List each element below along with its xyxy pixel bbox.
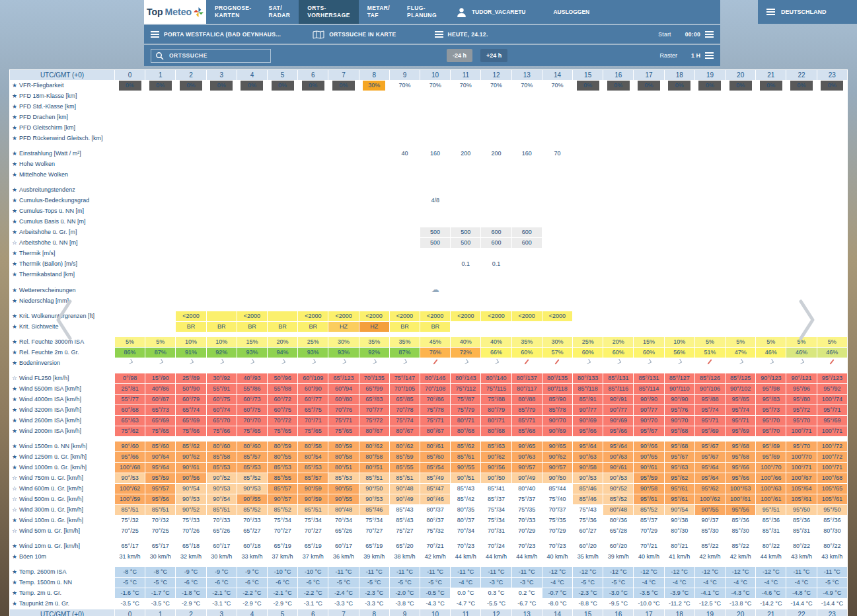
tab-sat-radar[interactable]: SAT/ RADAR bbox=[260, 0, 299, 24]
favorite-star-icon[interactable]: ★ bbox=[12, 82, 17, 89]
row-label[interactable]: ★VFR-Fliegbarkeit bbox=[10, 81, 115, 91]
next-hours-chevron[interactable] bbox=[797, 299, 817, 344]
favorite-star-icon[interactable]: ★ bbox=[12, 150, 17, 157]
topmeteo-logo[interactable]: TopMeteo bbox=[144, 0, 206, 24]
favorite-star-icon[interactable]: ★ bbox=[12, 579, 17, 586]
row-label[interactable]: ★Thermikabstand [km] bbox=[10, 270, 115, 280]
tab-metar-taf[interactable]: METAR/ TAF bbox=[359, 0, 398, 24]
row-label[interactable]: ★Thermik [m/s] bbox=[10, 249, 115, 259]
row-label[interactable]: ★Ausbreitungstendenz bbox=[10, 185, 115, 196]
favorite-star-icon[interactable]: ☆ bbox=[12, 527, 17, 534]
favorite-star-icon[interactable]: ★ bbox=[12, 260, 17, 267]
row-label[interactable]: ★Bodeninversion bbox=[10, 358, 115, 369]
favorite-star-icon[interactable]: ★ bbox=[12, 453, 17, 460]
favorite-star-icon[interactable]: ☆ bbox=[12, 375, 17, 381]
row-label[interactable]: ☆Wind 600m ü. Gr. [km/h] bbox=[10, 484, 115, 494]
row-label[interactable]: ★Wind 2000m ISA [km/h] bbox=[10, 426, 115, 437]
favorite-star-icon[interactable]: ★ bbox=[12, 443, 17, 449]
favorite-star-icon[interactable]: ★ bbox=[12, 208, 17, 214]
row-label[interactable]: ★Böen 10m bbox=[10, 552, 115, 562]
favorite-star-icon[interactable]: ★ bbox=[12, 171, 17, 178]
country-selector[interactable]: DEUTSCHLAND bbox=[758, 0, 857, 24]
favorite-star-icon[interactable]: ☆ bbox=[12, 485, 17, 492]
row-label[interactable]: ★Mittelhohe Wolken bbox=[10, 170, 115, 180]
row-label[interactable]: ★Wind 1500m ü. NN [km/h] bbox=[10, 442, 115, 452]
favorite-star-icon[interactable]: ★ bbox=[12, 360, 17, 366]
favorite-star-icon[interactable]: ★ bbox=[12, 93, 17, 99]
row-label[interactable]: ★Wettererscheinungen bbox=[10, 285, 115, 296]
row-label[interactable]: ★Wind 4000m ISA [km/h] bbox=[10, 395, 115, 405]
row-label[interactable]: ★Wind 1000m ü. Gr. [km/h] bbox=[10, 463, 115, 473]
favorite-star-icon[interactable]: ☆ bbox=[12, 475, 17, 481]
row-label[interactable]: ★Cumulus-Bedeckungsgrad bbox=[10, 196, 115, 206]
favorite-star-icon[interactable]: ★ bbox=[12, 323, 17, 330]
favorite-star-icon[interactable]: ★ bbox=[12, 338, 17, 345]
favorite-star-icon[interactable]: ☆ bbox=[12, 506, 17, 513]
favorite-star-icon[interactable]: ★ bbox=[12, 349, 17, 356]
row-label[interactable]: ★Temp. 2600m ISA bbox=[10, 567, 115, 578]
favorite-star-icon[interactable]: ★ bbox=[12, 287, 17, 293]
favorite-star-icon[interactable]: ★ bbox=[12, 600, 17, 607]
favorite-star-icon[interactable]: ★ bbox=[12, 553, 17, 560]
favorite-star-icon[interactable]: ★ bbox=[12, 543, 17, 549]
favorite-star-icon[interactable]: ★ bbox=[12, 186, 17, 193]
favorite-star-icon[interactable]: ★ bbox=[12, 103, 17, 110]
back-24h-button[interactable]: -24 h bbox=[447, 49, 472, 62]
row-label[interactable]: ★PFD Gleitschirm [km] bbox=[10, 123, 115, 134]
row-label[interactable]: ★Temp. 1500m ü. NN bbox=[10, 578, 115, 588]
favorite-star-icon[interactable]: ★ bbox=[12, 124, 17, 131]
row-label[interactable]: ★PFD Rückenwind Gleitsch. [km] bbox=[10, 134, 115, 144]
prev-hours-chevron[interactable] bbox=[54, 299, 74, 344]
row-label[interactable]: ★Cumulus Basis ü. NN [m] bbox=[10, 217, 115, 227]
favorite-star-icon[interactable]: ★ bbox=[12, 161, 17, 167]
favorite-star-icon[interactable]: ★ bbox=[12, 568, 17, 575]
row-label[interactable]: ★Arbeitshöhe ü. Gr. [m] bbox=[10, 227, 115, 238]
row-label[interactable]: ☆Wind 500m ü. Gr. [km/h] bbox=[10, 494, 115, 505]
favorite-star-icon[interactable]: ★ bbox=[12, 428, 17, 434]
row-label[interactable]: ★Wind 10m ü. Gr. [km/h] bbox=[10, 541, 115, 552]
row-label[interactable]: ★Hohe Wolken bbox=[10, 159, 115, 170]
raster-selector[interactable]: Raster 1 H bbox=[659, 52, 714, 59]
row-label[interactable]: ★Cumulus-Tops ü. NN [m] bbox=[10, 206, 115, 217]
row-label[interactable]: ☆Wind 50m ü. Gr. [km/h] bbox=[10, 526, 115, 537]
favorite-star-icon[interactable]: ★ bbox=[12, 396, 17, 403]
map-search-button[interactable]: ORTSSUCHE IN KARTE bbox=[313, 30, 396, 39]
favorite-star-icon[interactable]: ★ bbox=[12, 197, 17, 204]
row-label[interactable]: ★PFD Std.-Klasse [km] bbox=[10, 102, 115, 112]
row-label[interactable]: ★Temp. 2m ü. Gr. bbox=[10, 588, 115, 599]
favorite-star-icon[interactable]: ★ bbox=[12, 297, 17, 304]
search-input[interactable] bbox=[168, 52, 266, 59]
favorite-star-icon[interactable]: ★ bbox=[12, 250, 17, 256]
row-label[interactable]: ★Taupunkt 2m ü. Gr. bbox=[10, 599, 115, 609]
row-label[interactable]: ★Thermik (Ballon) [m/s] bbox=[10, 259, 115, 270]
row-label[interactable]: ★PFD 18m-Klasse [km] bbox=[10, 91, 115, 102]
tab-orts-vorhersage[interactable]: ORTS- VORHERSAGE bbox=[299, 0, 358, 24]
favorite-star-icon[interactable]: ★ bbox=[12, 590, 17, 596]
user-menu[interactable]: TUDOR_VACARETU bbox=[445, 0, 537, 24]
row-label[interactable]: ☆Arbeitshöhe ü. NN [m] bbox=[10, 238, 115, 249]
favorite-star-icon[interactable]: ★ bbox=[12, 229, 17, 235]
logout-button[interactable]: AUSLOGGEN bbox=[536, 0, 607, 24]
favorite-star-icon[interactable]: ★ bbox=[12, 135, 17, 141]
row-label[interactable]: ★Einstrahlung [Watt / m²] bbox=[10, 149, 115, 159]
tab-flug-planung[interactable]: FLUG- PLANUNG bbox=[398, 0, 445, 24]
favorite-star-icon[interactable]: ★ bbox=[12, 313, 17, 319]
favorite-star-icon[interactable]: ★ bbox=[12, 406, 17, 413]
tab-prognose-karten[interactable]: PROGNOSE- KARTEN bbox=[206, 0, 260, 24]
favorite-star-icon[interactable]: ★ bbox=[12, 385, 17, 392]
row-label[interactable]: ★Wind 2600m ISA [km/h] bbox=[10, 416, 115, 426]
row-label[interactable]: ★Wind 5500m ISA [km/h] bbox=[10, 384, 115, 395]
row-label[interactable]: ★PFD Drachen [km] bbox=[10, 112, 115, 123]
row-label[interactable]: ★Wind 100m ü. Gr. [km/h] bbox=[10, 516, 115, 526]
date-selector[interactable]: HEUTE, 24.12. bbox=[435, 31, 488, 38]
row-label[interactable]: ★Wind 3200m ISA [km/h] bbox=[10, 405, 115, 416]
row-label[interactable]: ★Rel. Feuchte 2m ü. Gr. bbox=[10, 348, 115, 358]
row-label[interactable]: ☆Wind 300m ü. Gr. [km/h] bbox=[10, 505, 115, 516]
favorite-star-icon[interactable]: ★ bbox=[12, 517, 17, 523]
forward-24h-button[interactable]: +24 h bbox=[480, 49, 507, 62]
favorite-star-icon[interactable]: ☆ bbox=[12, 239, 17, 246]
location-selector[interactable]: PORTA WESTFALICA (BAD OEYNHAUS... bbox=[151, 31, 281, 38]
row-label[interactable]: ☆Wind 750m ü. Gr. [km/h] bbox=[10, 473, 115, 484]
row-label[interactable]: ★Wind 1250m ü. Gr. [km/h] bbox=[10, 452, 115, 463]
favorite-star-icon[interactable]: ★ bbox=[12, 271, 17, 278]
